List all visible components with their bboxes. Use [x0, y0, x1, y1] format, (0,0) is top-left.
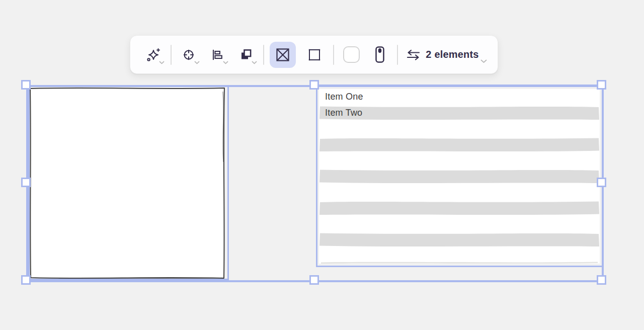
floating-toolbar: 2 elements [130, 35, 498, 74]
selection-handle-top-left[interactable] [21, 80, 31, 90]
selection-handle-middle-left[interactable] [21, 178, 31, 187]
image-placeholder-icon [275, 47, 290, 62]
list-row [319, 216, 600, 232]
selection-handle-bottom-right[interactable] [597, 275, 606, 285]
placeholder-stripe [319, 232, 600, 248]
toolbar-separator [263, 45, 264, 65]
scrollbar-icon [375, 46, 384, 63]
align-button[interactable] [206, 43, 229, 66]
list-row [319, 200, 600, 216]
fill-swatch-icon [343, 46, 360, 63]
rectangle-element[interactable] [29, 87, 226, 280]
scrollbar-button[interactable] [368, 43, 391, 66]
placeholder-stripe [319, 200, 600, 216]
chevron-down-icon [194, 61, 200, 64]
toolbar-separator [171, 45, 172, 65]
fill-swatch-button[interactable] [340, 43, 363, 66]
selection-count-label: 2 elements [426, 49, 478, 60]
selection-handle-middle-right[interactable] [597, 178, 606, 187]
align-left-icon [211, 49, 223, 61]
selection-elements-dropdown[interactable]: 2 elements [404, 42, 486, 68]
target-icon [183, 49, 195, 61]
target-button[interactable] [177, 43, 200, 66]
toolbar-separator [397, 45, 398, 65]
list-row [319, 121, 600, 137]
list-item-label: Item Two [319, 108, 362, 118]
chevron-down-icon [252, 61, 257, 64]
placeholder-stripe [319, 137, 600, 153]
list-row [319, 232, 600, 248]
layers-button[interactable] [234, 43, 258, 66]
image-placeholder-button[interactable] [270, 42, 296, 68]
chevron-down-icon [480, 59, 487, 63]
list-item-label: Item One [319, 92, 363, 102]
selection-handle-top-middle[interactable] [309, 80, 319, 90]
chevron-down-icon [159, 61, 165, 64]
selection-handle-bottom-middle[interactable] [309, 275, 319, 285]
placeholder-stripe [319, 169, 600, 185]
selection-handle-bottom-left[interactable] [21, 275, 31, 285]
list-row: Item Two [319, 105, 600, 121]
chevron-down-icon [223, 61, 228, 64]
list-row [319, 169, 600, 185]
swap-arrows-icon [406, 49, 421, 61]
layers-icon [240, 48, 253, 61]
rectangle-button[interactable] [301, 42, 328, 68]
selection-handle-top-right[interactable] [597, 80, 606, 90]
list-element[interactable]: Item OneItem Two [319, 89, 600, 264]
ai-sparkle-button[interactable] [142, 43, 165, 66]
list-row: Item One [319, 89, 600, 105]
list-row [319, 137, 600, 153]
toolbar-separator [333, 45, 334, 65]
rectangle-icon [307, 48, 321, 62]
list-row [319, 152, 600, 169]
list-row [319, 184, 600, 200]
sparkle-plus-icon [146, 48, 160, 62]
list-bottom-sketch-line [320, 261, 599, 264]
